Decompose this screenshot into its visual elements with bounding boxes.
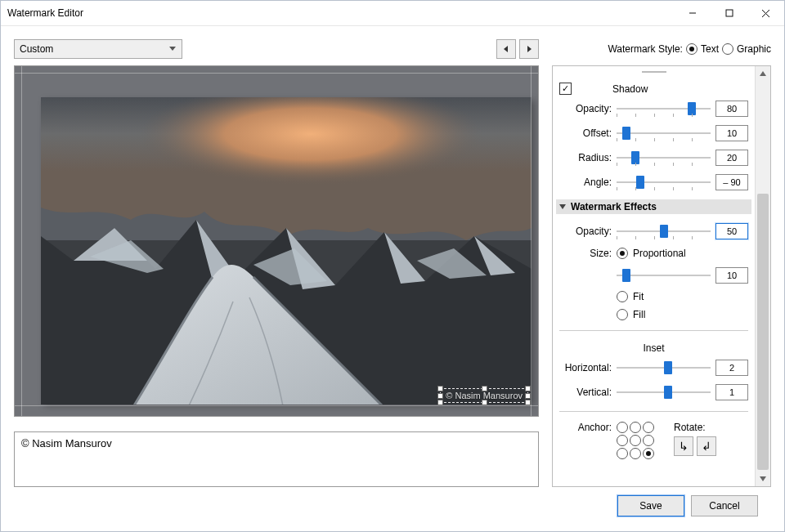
style-graphic-radio[interactable] <box>722 43 733 55</box>
svg-marker-10 <box>760 476 766 481</box>
shadow-offset-label: Offset: <box>559 127 612 139</box>
preview-canvas[interactable]: © Nasim Mansurov <box>14 65 539 417</box>
size-proportional-label: Proportional <box>633 248 686 259</box>
inset-horizontal-value[interactable]: 2 <box>715 360 748 376</box>
shadow-opacity-label: Opacity: <box>559 103 612 114</box>
titlebar: Watermark Editor <box>1 1 784 26</box>
scroll-thumb[interactable] <box>757 194 769 470</box>
style-text-radio[interactable] <box>686 43 698 55</box>
cancel-button[interactable]: Cancel <box>691 495 758 516</box>
inset-vertical-label: Vertical: <box>559 387 612 398</box>
preset-dropdown[interactable]: Custom <box>14 39 182 59</box>
shadow-radius-label: Radius: <box>559 152 612 163</box>
scroll-down-button[interactable] <box>756 472 770 486</box>
panel-scrollbar[interactable] <box>755 66 770 486</box>
scroll-up-button[interactable] <box>756 66 770 81</box>
prev-preset-button[interactable] <box>496 39 516 59</box>
watermark-text-value: © Nasim Mansurov <box>21 437 112 449</box>
inset-vertical-slider[interactable] <box>617 384 711 400</box>
effects-opacity-label: Opacity: <box>559 226 612 237</box>
anchor-label: Anchor: <box>559 422 612 433</box>
inset-header: Inset <box>559 342 748 354</box>
next-preset-button[interactable] <box>519 39 539 59</box>
dialog-footer: Save Cancel <box>14 487 771 525</box>
shadow-angle-slider[interactable] <box>617 174 711 190</box>
size-fit-radio[interactable] <box>617 291 628 302</box>
minimize-button[interactable] <box>674 1 711 25</box>
anchor-grid[interactable] <box>617 422 654 459</box>
rotate-label: Rotate: <box>674 422 706 433</box>
style-graphic-label: Graphic <box>737 43 771 55</box>
size-label: Size: <box>559 248 612 259</box>
size-value[interactable]: 10 <box>715 267 748 284</box>
shadow-checkbox[interactable] <box>559 83 572 95</box>
shadow-opacity-value[interactable]: 80 <box>715 101 748 117</box>
save-button[interactable]: Save <box>617 495 684 516</box>
rotate-left-button[interactable]: ↳ <box>674 436 693 456</box>
svg-marker-5 <box>527 46 532 52</box>
effects-opacity-value[interactable]: 50 <box>715 223 748 239</box>
effects-opacity-slider[interactable] <box>617 223 711 239</box>
shadow-radius-slider[interactable] <box>617 150 711 166</box>
watermark-editor-window: Watermark Editor Custom <box>0 0 785 532</box>
size-fill-radio[interactable] <box>617 309 628 320</box>
shadow-offset-value[interactable]: 10 <box>715 125 748 141</box>
watermark-style-label: Watermark Style: <box>608 43 683 55</box>
size-fit-label: Fit <box>633 291 644 302</box>
watermark-overlay-selection[interactable]: © Nasim Mansurov <box>440 388 528 403</box>
inset-vertical-value[interactable]: 1 <box>715 384 748 400</box>
style-text-label: Text <box>701 43 719 55</box>
shadow-opacity-slider[interactable] <box>617 101 711 117</box>
shadow-offset-slider[interactable] <box>617 125 711 141</box>
settings-panel: Shadow Opacity: 80 Offset: 10 <box>552 65 771 487</box>
shadow-radius-value[interactable]: 20 <box>715 150 748 166</box>
shadow-angle-label: Angle: <box>559 177 612 188</box>
rotate-right-button[interactable]: ↲ <box>697 436 716 456</box>
disclosure-triangle-icon <box>559 204 566 209</box>
svg-marker-4 <box>504 46 508 52</box>
svg-marker-9 <box>760 71 766 76</box>
size-proportional-radio[interactable] <box>617 248 628 259</box>
preset-dropdown-value: Custom <box>20 43 53 55</box>
inset-horizontal-slider[interactable] <box>617 360 711 376</box>
watermark-text-input[interactable]: © Nasim Mansurov <box>14 431 539 487</box>
close-button[interactable] <box>747 1 784 25</box>
size-fill-label: Fill <box>633 309 645 320</box>
svg-rect-1 <box>726 10 733 16</box>
preview-image <box>41 97 532 405</box>
inset-horizontal-label: Horizontal: <box>559 362 612 373</box>
watermark-effects-header[interactable]: Watermark Effects <box>556 199 751 214</box>
size-slider[interactable] <box>617 267 711 284</box>
maximize-button[interactable] <box>711 1 747 25</box>
shadow-header: Shadow <box>612 83 648 95</box>
shadow-angle-value[interactable]: – 90 <box>715 174 748 190</box>
window-title: Watermark Editor <box>7 7 674 19</box>
